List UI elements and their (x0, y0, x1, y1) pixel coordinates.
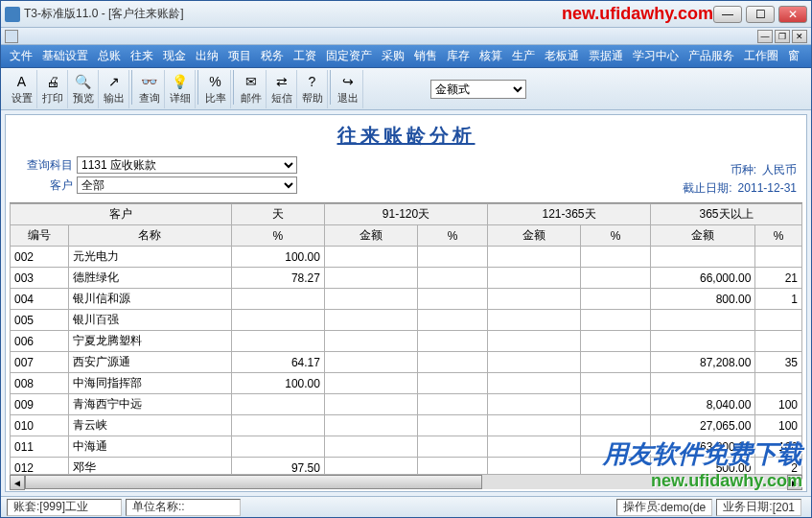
report-title-row: 往来账龄分析 (6, 115, 806, 154)
report-area: 往来账龄分析 查询科目 1131 应收账款 客户 全部 币种:人民币 截止日期:… (5, 114, 807, 492)
tool-label: 打印 (42, 91, 63, 106)
tool-退出[interactable]: ↪退出 (333, 70, 363, 108)
menu-item-11[interactable]: 销售 (409, 45, 442, 67)
menu-item-9[interactable]: 固定资产 (321, 45, 377, 67)
menu-item-12[interactable]: 库存 (442, 45, 475, 67)
column-header: % (418, 225, 488, 247)
filter-customer-select[interactable]: 全部 (77, 177, 297, 194)
menu-item-3[interactable]: 往来 (126, 45, 158, 67)
column-header: 名称 (68, 225, 231, 247)
cell: 005 (11, 310, 69, 331)
child-restore-button[interactable]: ❐ (775, 30, 790, 43)
menu-item-14[interactable]: 生产 (507, 45, 540, 67)
child-minimize-button[interactable]: — (757, 30, 773, 43)
table-row[interactable]: 010青云峡27,065.00100 (11, 415, 802, 436)
title-bar: T3-标准版11.0 - [客户往来账龄] new.ufidawhy.com —… (1, 1, 811, 28)
menu-item-18[interactable]: 产品服务 (684, 45, 739, 67)
cell (231, 436, 324, 458)
cell: 008 (11, 373, 69, 394)
cell: 100 (755, 415, 802, 436)
cell (651, 373, 755, 394)
tool-查询[interactable]: 👓查询 (134, 70, 165, 108)
menu-item-16[interactable]: 票据通 (584, 45, 628, 67)
cell (324, 310, 417, 331)
cell: 66,000.00 (651, 268, 755, 289)
tool-预览[interactable]: 🔍预览 (68, 70, 99, 108)
scroll-thumb[interactable] (25, 475, 482, 489)
menu-item-1[interactable]: 基础设置 (37, 45, 93, 67)
table-row[interactable]: 011中海通63,300.00100 (11, 436, 802, 458)
cell: 004 (11, 289, 69, 310)
cell (324, 331, 417, 352)
table-row[interactable]: 007西安广源通64.1787,208.0035 (11, 352, 802, 373)
cell (581, 268, 651, 289)
child-close-button[interactable]: ✕ (792, 30, 807, 43)
cell: 2 (755, 458, 802, 475)
group-header: 91-120天 (324, 204, 487, 225)
menu-item-2[interactable]: 总账 (93, 45, 126, 67)
cell (755, 331, 802, 352)
menu-item-6[interactable]: 项目 (223, 45, 256, 67)
group-header: 121-365天 (488, 204, 651, 225)
menu-item-17[interactable]: 学习中心 (628, 45, 684, 67)
scroll-right-button[interactable]: ► (787, 475, 802, 490)
cell: 银川百强 (68, 310, 231, 331)
tool-icon: ⇄ (273, 73, 290, 90)
tool-比率[interactable]: %比率 (200, 70, 231, 108)
tool-邮件[interactable]: ✉邮件 (236, 70, 267, 108)
table-row[interactable]: 002元光电力100.00 (11, 247, 802, 268)
filter-subject-select[interactable]: 1131 应收账款 (77, 156, 297, 174)
tool-打印[interactable]: 🖨打印 (37, 70, 68, 108)
menu-item-10[interactable]: 采购 (377, 45, 409, 67)
close-button[interactable]: ✕ (778, 6, 807, 23)
cell (418, 436, 488, 458)
table-row[interactable]: 008中海同指挥部100.00 (11, 373, 802, 394)
tool-label: 邮件 (241, 91, 262, 106)
scroll-left-button[interactable]: ◄ (10, 475, 25, 490)
cell: 元光电力 (68, 247, 231, 268)
tool-icon: ↪ (339, 73, 357, 90)
cell (488, 458, 581, 475)
filter-customer-label: 客户 (15, 177, 73, 194)
cell (324, 373, 417, 394)
tool-短信[interactable]: ⇄短信 (267, 70, 297, 108)
tool-icon: ↗ (105, 73, 123, 90)
cell (418, 352, 488, 373)
cell (418, 394, 488, 415)
menu-item-0[interactable]: 文件 (5, 45, 37, 67)
tool-icon: A (13, 73, 31, 90)
table-row[interactable]: 009青海西宁中远8,040.00100 (11, 394, 802, 415)
cell (231, 331, 324, 352)
tool-设置[interactable]: A设置 (7, 70, 37, 108)
table-row[interactable]: 004银川信和源800.001 (11, 289, 802, 310)
display-mode-select[interactable]: 金额式 (430, 80, 526, 99)
tool-帮助[interactable]: ?帮助 (297, 70, 328, 108)
tool-输出[interactable]: ↗输出 (99, 70, 129, 108)
maximize-button[interactable]: ☐ (746, 6, 775, 23)
minimize-button[interactable]: — (713, 6, 742, 23)
cell (755, 247, 802, 268)
menu-item-5[interactable]: 出纳 (191, 45, 223, 67)
cutoff-value: 2011-12-31 (738, 181, 797, 195)
horizontal-scrollbar[interactable]: ◄ ► (10, 474, 802, 489)
table-row[interactable]: 006宁夏龙腾塑料 (11, 331, 802, 352)
table-row[interactable]: 003德胜绿化78.2766,000.0021 (11, 268, 802, 289)
status-biz-date: 业务日期:[201 (716, 499, 801, 516)
cell: 800.00 (651, 289, 755, 310)
window-controls: — ☐ ✕ (713, 6, 807, 23)
menu-item-13[interactable]: 核算 (475, 45, 507, 67)
tool-详细[interactable]: 💡详细 (165, 70, 196, 108)
tool-bar: A设置🖨打印🔍预览↗输出👓查询💡详细%比率✉邮件⇄短信?帮助↪退出 金额式 (1, 68, 811, 110)
menu-item-15[interactable]: 老板通 (540, 45, 584, 67)
table-row[interactable]: 005银川百强 (11, 310, 802, 331)
menu-item-20[interactable]: 窗 (783, 45, 804, 67)
data-grid[interactable]: 客户天91-120天121-365天365天以上 编号名称%金额%金额%金额% … (10, 202, 802, 474)
menu-item-8[interactable]: 工资 (289, 45, 321, 67)
menu-item-19[interactable]: 工作圈 (739, 45, 783, 67)
table-row[interactable]: 012邓华97.50500.002 (11, 458, 802, 475)
cell (418, 331, 488, 352)
menu-item-4[interactable]: 现金 (158, 45, 191, 67)
cell: 500.00 (651, 458, 755, 475)
menu-item-7[interactable]: 税务 (256, 45, 289, 67)
cell (418, 289, 488, 310)
